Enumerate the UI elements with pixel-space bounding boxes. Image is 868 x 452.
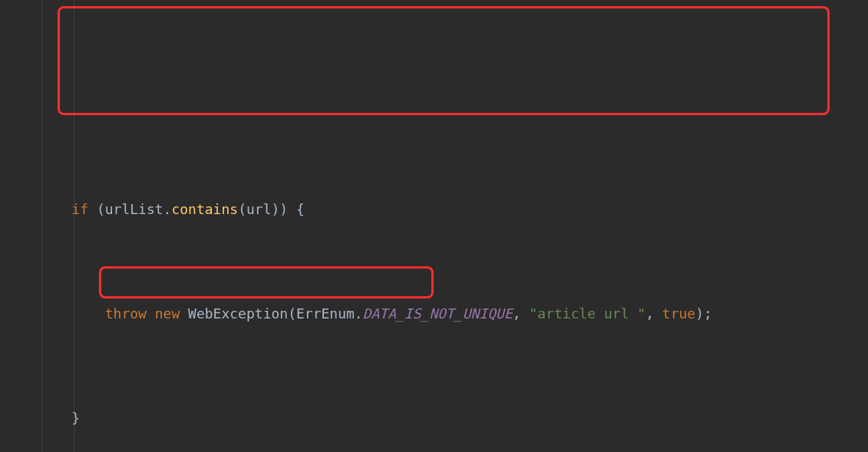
- code-editor[interactable]: if (urlList.contains(url)) { throw new W…: [0, 0, 868, 452]
- punct: ,: [645, 305, 662, 322]
- annotation-box-setCreateDate: [99, 266, 434, 299]
- annotation-box-top: [58, 6, 830, 115]
- method-contains: contains: [171, 201, 238, 217]
- const-DATA_IS_NOT_UNIQUE: DATA_IS_NOT_UNIQUE: [363, 305, 513, 322]
- punct: (: [238, 201, 246, 217]
- type-ErrEnum: ErrEnum: [296, 305, 355, 322]
- punct: .: [163, 201, 172, 217]
- keyword-if: if: [71, 201, 88, 217]
- keyword-throw: throw: [105, 305, 147, 322]
- space: [147, 305, 155, 322]
- code-line: if (urlList.contains(url)) {: [0, 196, 868, 223]
- punct: ,: [513, 305, 530, 322]
- space: [180, 305, 188, 322]
- type-WebException: WebException: [188, 305, 288, 322]
- string-literal: "article url ": [529, 305, 645, 322]
- punct: )) {: [272, 201, 305, 217]
- code-line: }: [0, 405, 868, 431]
- punct: (: [288, 305, 296, 322]
- code-line: throw new WebException(ErrEnum.DATA_IS_N…: [0, 301, 868, 327]
- punct: );: [695, 305, 712, 322]
- ident-url: url: [246, 201, 272, 217]
- ident-urlList: urlList: [105, 201, 163, 217]
- punct: (: [88, 201, 105, 217]
- punct: .: [355, 305, 363, 322]
- keyword-new: new: [155, 305, 180, 322]
- keyword-true: true: [662, 305, 695, 322]
- brace-close: }: [71, 410, 80, 426]
